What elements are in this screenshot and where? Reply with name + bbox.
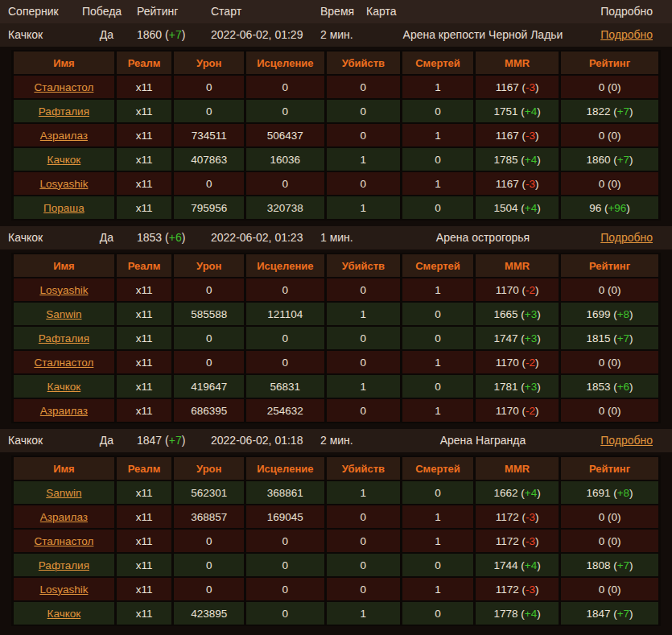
- player-name-link[interactable]: Losyashik: [39, 284, 88, 296]
- player-deaths: 0: [402, 100, 473, 122]
- player-realm: x11: [117, 327, 172, 349]
- player-kills: 0: [327, 172, 400, 195]
- player-realm: x11: [117, 278, 172, 301]
- match-summary-row: КачкокДа1860 (+7)2022-06-02, 01:292 мин.…: [0, 23, 672, 47]
- player-kills: 1: [327, 303, 400, 325]
- player-name-cell: Качкок: [14, 375, 114, 398]
- col-header-kills: Убийств: [327, 254, 400, 277]
- player-mmr: 1504 (+4): [476, 196, 559, 219]
- delta-value: 0: [611, 405, 617, 417]
- player-healing: 0: [246, 172, 324, 195]
- player-damage: 562301: [174, 481, 244, 504]
- delta-value: -3: [526, 535, 535, 547]
- delta-value: +4: [525, 608, 537, 620]
- player-name-link[interactable]: Sanwin: [46, 487, 81, 499]
- player-name-link[interactable]: Рафталия: [39, 105, 89, 118]
- player-name-link[interactable]: Сталнастол: [34, 357, 93, 369]
- col-header-rating: Рейтинг: [561, 457, 658, 480]
- player-name-link[interactable]: Азраилаз: [40, 405, 88, 417]
- player-rating: 0 (0): [561, 278, 658, 301]
- delta-value: 0: [611, 357, 617, 369]
- player-mmr: 1781 (+3): [476, 375, 559, 398]
- player-name-link[interactable]: Рафталия: [39, 559, 89, 571]
- player-name-cell: Качкок: [14, 602, 114, 625]
- match-details-link[interactable]: Подробно: [600, 231, 653, 244]
- match-start-time: 2022-06-02, 01:18: [211, 429, 320, 452]
- player-row: Рафталияx1100001744 (+4)1808 (+7): [14, 554, 658, 576]
- delta-value: +3: [525, 381, 537, 393]
- col-header-kills: Убийств: [327, 457, 400, 480]
- match-list-header: Соперник Победа Рейтинг Старт Время Карт…: [0, 0, 672, 23]
- player-rating: 1691 (+8): [561, 481, 658, 504]
- player-deaths: 0: [402, 196, 473, 219]
- delta-value: 0: [611, 284, 617, 296]
- player-healing: 169045: [246, 505, 324, 528]
- player-name-link[interactable]: Losyashik: [39, 178, 88, 190]
- player-kills: 0: [327, 578, 400, 600]
- player-healing: 0: [246, 602, 324, 625]
- player-kills: 1: [327, 375, 400, 398]
- player-damage: 407863: [174, 148, 244, 171]
- delta-value: 0: [611, 535, 617, 547]
- player-row: Азраилазx11368857169045011172 (-3)0 (0): [14, 505, 658, 528]
- match-details-link[interactable]: Подробно: [600, 434, 653, 447]
- delta-value: +7: [617, 332, 629, 344]
- player-name-link[interactable]: Азраилаз: [40, 130, 88, 142]
- match-players-table: ИмяРеалмУронИсцелениеУбийствСмертейMMRРе…: [11, 50, 661, 221]
- delta-value: -2: [526, 405, 535, 417]
- player-healing: 16036: [246, 148, 324, 171]
- player-name-link[interactable]: Losyashik: [39, 583, 88, 596]
- player-name-link[interactable]: Качкок: [47, 154, 81, 166]
- player-name-cell: Рафталия: [14, 554, 114, 576]
- player-name-link[interactable]: Сталнастол: [34, 535, 93, 547]
- player-name-cell: Сталнастол: [14, 530, 114, 552]
- player-deaths: 1: [402, 278, 473, 301]
- player-mmr: 1167 (-3): [476, 172, 559, 195]
- player-name-link[interactable]: Sanwin: [46, 308, 81, 320]
- player-deaths: 1: [402, 124, 473, 146]
- player-name-cell: Sanwin: [14, 481, 114, 504]
- player-name-link[interactable]: Сталнастол: [34, 81, 93, 93]
- player-rating: 0 (0): [561, 578, 658, 600]
- delta-value: +4: [525, 559, 537, 571]
- col-header-mmr: MMR: [476, 254, 559, 277]
- player-healing: 121104: [246, 303, 324, 325]
- player-name-link[interactable]: Азраилаз: [40, 511, 88, 523]
- player-rating: 1822 (+7): [561, 100, 658, 122]
- player-realm: x11: [117, 481, 172, 504]
- details-cell: Подробно: [600, 429, 672, 452]
- player-damage: 0: [174, 554, 244, 576]
- match-map-name: Арена острогорья: [366, 226, 600, 249]
- player-realm: x11: [117, 196, 172, 219]
- player-name-link[interactable]: Рафталия: [39, 332, 89, 344]
- match-start-time: 2022-06-02, 01:23: [211, 226, 320, 249]
- player-deaths: 0: [402, 375, 473, 398]
- player-row: Рафталияx1100001751 (+4)1822 (+7): [14, 100, 658, 122]
- player-name-link[interactable]: Пораша: [43, 202, 85, 214]
- match-details-link[interactable]: Подробно: [600, 28, 653, 41]
- player-healing: 0: [246, 554, 324, 576]
- player-damage: 0: [174, 278, 244, 301]
- col-header-name: Имя: [14, 457, 114, 480]
- player-row: Качкокx114238950101778 (+4)1847 (+7): [14, 602, 658, 625]
- player-name-cell: Рафталия: [14, 327, 114, 349]
- delta-value: -3: [526, 81, 535, 93]
- player-name-cell: Losyashik: [14, 278, 114, 301]
- player-name-cell: Азраилаз: [14, 399, 114, 422]
- player-name-cell: Качкок: [14, 148, 114, 171]
- col-header-deaths: Смертей: [402, 254, 473, 277]
- player-deaths: 0: [402, 303, 473, 325]
- player-rating: 1847 (+7): [561, 602, 658, 625]
- player-damage: 0: [174, 172, 244, 195]
- player-kills: 0: [327, 327, 400, 349]
- player-rating: 0 (0): [561, 505, 658, 528]
- delta-value: +8: [617, 487, 629, 499]
- player-damage: 0: [174, 578, 244, 600]
- player-name-cell: Losyashik: [14, 578, 114, 600]
- player-damage: 585588: [174, 303, 244, 325]
- player-name-link[interactable]: Качкок: [47, 608, 81, 620]
- col-header-name: Имя: [14, 254, 114, 277]
- player-rating: 0 (0): [561, 530, 658, 552]
- player-name-link[interactable]: Качкок: [47, 381, 81, 393]
- col-header-realm: Реалм: [117, 52, 172, 74]
